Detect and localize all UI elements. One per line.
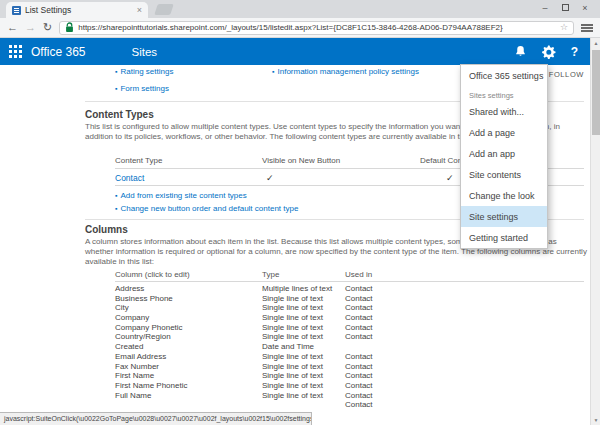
table-row: CreatedDate and Time xyxy=(0,342,592,352)
table-row: Email AddressSingle line of textContact xyxy=(0,352,592,362)
column-type: Multiple lines of text xyxy=(262,284,332,294)
window-controls: – × xyxy=(535,1,595,15)
column-type: Single line of text xyxy=(262,362,323,372)
table-row: Company PhoneticSingle line of textConta… xyxy=(0,323,592,333)
menu-item-add-an-app[interactable]: Add an app xyxy=(461,143,547,164)
info-mgmt-policy-link[interactable]: ▪Information management policy settings xyxy=(272,67,419,76)
help-icon[interactable]: ? xyxy=(571,46,578,58)
add-existing-content-types-link[interactable]: ▪Add from existing site content types xyxy=(115,191,247,200)
app-launcher-icon[interactable] xyxy=(9,45,22,58)
columns-heading: Columns xyxy=(85,224,128,235)
columns-table-rows: AddressMultiple lines of textContactBusi… xyxy=(0,284,592,410)
minimize-button[interactable]: – xyxy=(535,1,555,15)
rating-settings-label: Rating settings xyxy=(120,67,173,76)
table-row: Country/RegionSingle line of textContact xyxy=(0,332,592,342)
table-row: Business PhoneSingle line of textContact xyxy=(0,294,592,304)
column-used-in: Contact xyxy=(345,313,373,323)
notifications-bell-icon[interactable] xyxy=(514,45,527,58)
scroll-down-button[interactable]: ▼ xyxy=(591,415,600,425)
content-type-contact-link[interactable]: Contact xyxy=(115,173,144,183)
column-type: Single line of text xyxy=(262,391,323,401)
column-used-in: Contact xyxy=(345,332,373,342)
add-existing-content-types-label: Add from existing site content types xyxy=(120,191,246,200)
office365-suite-bar: Office 365 Sites ? xyxy=(0,38,592,65)
column-name-link[interactable]: Country/Region xyxy=(115,332,171,342)
close-button[interactable]: × xyxy=(575,1,595,15)
back-icon[interactable]: ← xyxy=(7,22,18,33)
menu-item-add-a-page[interactable]: Add a page xyxy=(461,122,547,143)
column-name-link[interactable]: Company Phonetic xyxy=(115,323,183,333)
table-row: Contact xyxy=(0,400,592,410)
default-check-icon: ✓ xyxy=(446,173,454,183)
column-name-link[interactable]: First Name Phonetic xyxy=(115,381,187,391)
columns-table-header: Column (click to edit) Type Used in xyxy=(0,270,592,280)
gear-dropdown-menu: Office 365 settings Sites settings Share… xyxy=(460,64,548,249)
tab-close-icon[interactable]: × xyxy=(137,6,142,15)
sites-nav-link[interactable]: Sites xyxy=(131,46,157,58)
column-used-in: Contact xyxy=(345,381,373,391)
column-name-link[interactable]: First Name xyxy=(115,371,154,381)
menu-item-change-the-look[interactable]: Change the look xyxy=(461,185,547,206)
column-type: Single line of text xyxy=(262,294,323,304)
menu-item-site-contents[interactable]: Site contents xyxy=(461,164,547,185)
table-row: Fax NumberSingle line of textContact xyxy=(0,362,592,372)
column-name-link[interactable]: Fax Number xyxy=(115,362,159,372)
maximize-button[interactable] xyxy=(555,1,575,15)
table-row: First Name PhoneticSingle line of textCo… xyxy=(0,381,592,391)
bullet-icon: ▪ xyxy=(272,68,274,75)
column-used-in: Contact xyxy=(345,371,373,381)
column-type: Single line of text xyxy=(262,323,323,333)
change-new-button-order-link[interactable]: ▪Change new button order and default con… xyxy=(115,204,298,213)
visible-check-icon: ✓ xyxy=(266,173,274,183)
column-type: Single line of text xyxy=(262,352,323,362)
column-used-in: Contact xyxy=(345,362,373,372)
browser-toolbar: ← → ↻ https://sharepointtutorials.sharep… xyxy=(0,18,600,38)
bookmark-star-icon[interactable]: ☆ xyxy=(560,23,568,32)
column-used-in: Contact xyxy=(345,323,373,333)
menu-item-getting-started[interactable]: Getting started xyxy=(461,227,547,248)
form-settings-link[interactable]: ▪Form settings xyxy=(115,84,169,93)
bullet-icon: ▪ xyxy=(115,68,117,75)
column-name-link[interactable]: Email Address xyxy=(115,352,166,362)
scroll-up-button[interactable]: ▲ xyxy=(591,38,600,48)
menu-item-site-settings[interactable]: Site settings xyxy=(461,206,547,227)
url-text: https://sharepointtutorials.sharepoint.c… xyxy=(78,23,556,32)
header-type: Type xyxy=(262,270,279,279)
column-name-link[interactable]: Created xyxy=(115,342,143,352)
new-tab-button[interactable] xyxy=(154,4,174,15)
column-type: Single line of text xyxy=(262,313,323,323)
column-used-in: Contact xyxy=(345,284,373,294)
form-settings-label: Form settings xyxy=(120,84,168,93)
address-bar[interactable]: https://sharepointtutorials.sharepoint.c… xyxy=(59,21,574,35)
browser-tab[interactable]: List Settings × xyxy=(6,2,148,18)
table-row: First NameSingle line of textContact xyxy=(0,371,592,381)
menu-item-office365-settings[interactable]: Office 365 settings xyxy=(461,65,547,86)
office365-brand[interactable]: Office 365 xyxy=(31,45,85,59)
forward-icon[interactable]: → xyxy=(25,22,36,33)
browser-menu-icon[interactable] xyxy=(581,24,593,32)
header-column-click-to-edit: Column (click to edit) xyxy=(115,270,190,279)
rating-settings-link[interactable]: ▪Rating settings xyxy=(115,67,173,76)
follow-label: FOLLOW xyxy=(549,70,584,79)
menu-item-shared-with[interactable]: Shared with... xyxy=(461,101,547,122)
menu-group-sites-settings: Sites settings xyxy=(461,86,547,101)
gear-menu-items: Shared with...Add a pageAdd an appSite c… xyxy=(461,101,547,248)
suite-bar-icons: ? xyxy=(514,45,592,59)
settings-gear-icon[interactable] xyxy=(542,45,556,59)
column-type: Single line of text xyxy=(262,381,323,391)
tab-title: List Settings xyxy=(25,5,133,15)
https-lock-icon xyxy=(65,22,74,33)
info-mgmt-policy-label: Information management policy settings xyxy=(277,67,418,76)
column-used-in: Contact xyxy=(345,294,373,304)
scrollbar-thumb[interactable] xyxy=(592,50,600,135)
column-name-link[interactable]: Company xyxy=(115,313,149,323)
column-name-link[interactable]: Address xyxy=(115,284,144,294)
column-name-link[interactable]: Full Name xyxy=(115,391,151,401)
tab-bar: List Settings × – × xyxy=(0,0,600,18)
table-row: AddressMultiple lines of textContact xyxy=(0,284,592,294)
refresh-icon[interactable]: ↻ xyxy=(43,22,52,33)
scrollbar[interactable]: ▲ ▼ xyxy=(590,38,600,425)
column-name-link[interactable]: City xyxy=(115,303,129,313)
column-name-link[interactable]: Business Phone xyxy=(115,294,173,304)
header-used-in: Used in xyxy=(345,270,372,279)
